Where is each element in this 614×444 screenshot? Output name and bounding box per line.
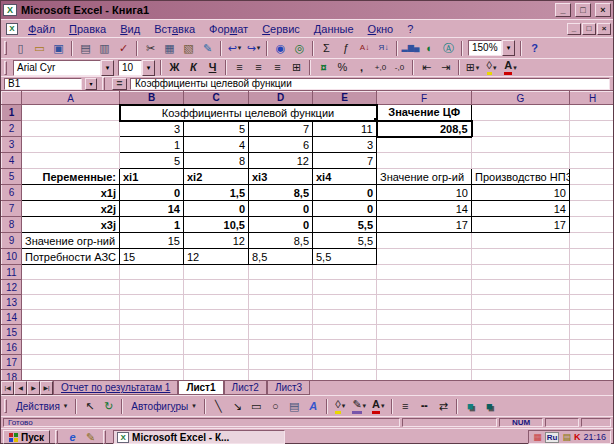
cell-h7[interactable] — [570, 201, 614, 217]
cell-a15[interactable] — [22, 325, 120, 340]
cell-e6[interactable]: 0 — [313, 185, 377, 201]
cell-e16[interactable] — [313, 340, 377, 355]
row-header-4[interactable]: 4 — [2, 153, 22, 169]
cell-g1[interactable] — [472, 105, 570, 121]
align-left-button[interactable]: ≡ — [230, 59, 249, 76]
cell-f13[interactable] — [377, 295, 472, 310]
cell-b9[interactable]: 15 — [120, 233, 184, 249]
cell-d4[interactable]: 12 — [249, 153, 313, 169]
next-sheet-button[interactable]: ▶ — [27, 381, 40, 395]
column-header-d[interactable]: D — [249, 92, 313, 105]
dropdown-arrow-icon[interactable]: ▾ — [257, 44, 261, 52]
row-header-2[interactable]: 2 — [2, 121, 22, 137]
formula-input[interactable]: Коэффициенты целевой функции — [130, 78, 610, 90]
cell-d10[interactable]: 8,5 — [249, 249, 313, 265]
print-button[interactable]: ▤ — [76, 40, 95, 57]
cell-g17[interactable] — [472, 355, 570, 370]
cell-h8[interactable] — [570, 217, 614, 233]
percent-button[interactable]: % — [333, 59, 352, 76]
open-button[interactable]: ▭ — [30, 40, 49, 57]
cell-e18[interactable] — [313, 370, 377, 381]
cell-b16[interactable] — [120, 340, 184, 355]
taskbar-excel-button[interactable]: X Microsoft Excel - К... — [113, 430, 285, 444]
cell-c6[interactable]: 1,5 — [184, 185, 249, 201]
cell-b15[interactable] — [120, 325, 184, 340]
cell-h4[interactable] — [570, 153, 614, 169]
cell-a2[interactable] — [22, 121, 120, 137]
cell-e17[interactable] — [313, 355, 377, 370]
cell-c13[interactable] — [184, 295, 249, 310]
paste-button[interactable]: ▧ — [179, 40, 198, 57]
cell-a10[interactable]: Потребности АЗС — [22, 249, 120, 265]
column-header-h[interactable]: H — [570, 92, 614, 105]
cell-e8[interactable]: 5,5 — [313, 217, 377, 233]
sheet-tab-sheet1[interactable]: Лист1 — [178, 381, 223, 395]
cell-h15[interactable] — [570, 325, 614, 340]
decrease-decimal-button[interactable]: -,0 — [390, 59, 409, 76]
cell-b12[interactable] — [120, 280, 184, 295]
cell-g4[interactable] — [472, 153, 570, 169]
cell-a17[interactable] — [22, 355, 120, 370]
dropdown-arrow-icon[interactable]: ▾ — [493, 64, 497, 72]
cell-b17[interactable] — [120, 355, 184, 370]
cell-b1[interactable]: Коэффициенты целевой функции — [120, 105, 377, 121]
cell-f11[interactable] — [377, 265, 472, 280]
menu-edit[interactable]: Правка — [62, 21, 113, 37]
cell-a12[interactable] — [22, 280, 120, 295]
cell-f17[interactable] — [377, 355, 472, 370]
cell-d2[interactable]: 7 — [249, 121, 313, 137]
cell-g7[interactable]: 14 — [472, 201, 570, 217]
chart-wizard-button[interactable]: ▂▆▄ — [401, 40, 420, 57]
cell-a4[interactable] — [22, 153, 120, 169]
column-header-a[interactable]: A — [22, 92, 120, 105]
close-button[interactable]: × — [595, 3, 611, 17]
cell-h14[interactable] — [570, 310, 614, 325]
cell-d15[interactable] — [249, 325, 313, 340]
cell-d6[interactable]: 8,5 — [249, 185, 313, 201]
tray-icon-3[interactable]: K — [574, 433, 581, 442]
maximize-button[interactable]: □ — [575, 3, 591, 17]
cell-h1[interactable] — [570, 105, 614, 121]
cell-a7[interactable]: x2j — [22, 201, 120, 217]
row-header-12[interactable]: 12 — [2, 280, 22, 295]
cell-f4[interactable] — [377, 153, 472, 169]
cell-d9[interactable]: 8,5 — [249, 233, 313, 249]
cell-g3[interactable] — [472, 137, 570, 153]
row-header-9[interactable]: 9 — [2, 233, 22, 249]
help-button[interactable]: ? — [525, 40, 544, 57]
cell-d16[interactable] — [249, 340, 313, 355]
cell-g13[interactable] — [472, 295, 570, 310]
sheet-tab-sheet2[interactable]: Лист2 — [224, 381, 267, 395]
menu-insert[interactable]: Вставка — [147, 21, 202, 37]
rectangle-button[interactable]: ▭ — [247, 398, 266, 415]
autosum-button[interactable]: Σ — [317, 40, 336, 57]
cell-c12[interactable] — [184, 280, 249, 295]
internet-explorer-icon[interactable]: e — [65, 430, 80, 444]
cell-c16[interactable] — [184, 340, 249, 355]
column-header-c[interactable]: C — [184, 92, 249, 105]
menu-help[interactable]: ? — [400, 21, 420, 37]
cell-e4[interactable]: 7 — [313, 153, 377, 169]
cell-c3[interactable]: 4 — [184, 137, 249, 153]
insert-hyperlink-button[interactable]: ◉ — [271, 40, 290, 57]
paste-function-button[interactable]: ƒ — [336, 40, 355, 57]
merge-center-button[interactable]: ⊞ — [287, 59, 306, 76]
cell-h9[interactable] — [570, 233, 614, 249]
first-sheet-button[interactable]: |◀ — [1, 381, 14, 395]
cell-e14[interactable] — [313, 310, 377, 325]
oval-button[interactable]: ○ — [266, 398, 285, 415]
cell-e12[interactable] — [313, 280, 377, 295]
cell-g18[interactable] — [472, 370, 570, 381]
column-header-b[interactable]: B — [120, 92, 184, 105]
decrease-indent-button[interactable]: ⇤ — [417, 59, 436, 76]
cell-d7[interactable]: 0 — [249, 201, 313, 217]
cell-e2[interactable]: 11 — [313, 121, 377, 137]
cell-f18[interactable] — [377, 370, 472, 381]
cell-f8[interactable]: 17 — [377, 217, 472, 233]
menu-file[interactable]: Файл — [21, 21, 62, 37]
cell-a3[interactable] — [22, 137, 120, 153]
row-header-14[interactable]: 14 — [2, 310, 22, 325]
cell-f14[interactable] — [377, 310, 472, 325]
align-right-button[interactable]: ≡ — [268, 59, 287, 76]
cell-h18[interactable] — [570, 370, 614, 381]
